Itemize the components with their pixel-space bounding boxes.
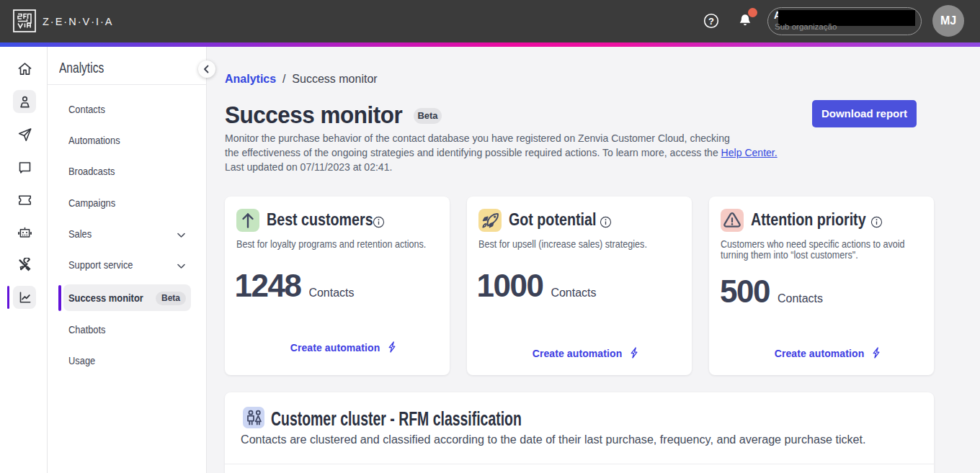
svg-text:?: ? <box>708 16 714 27</box>
